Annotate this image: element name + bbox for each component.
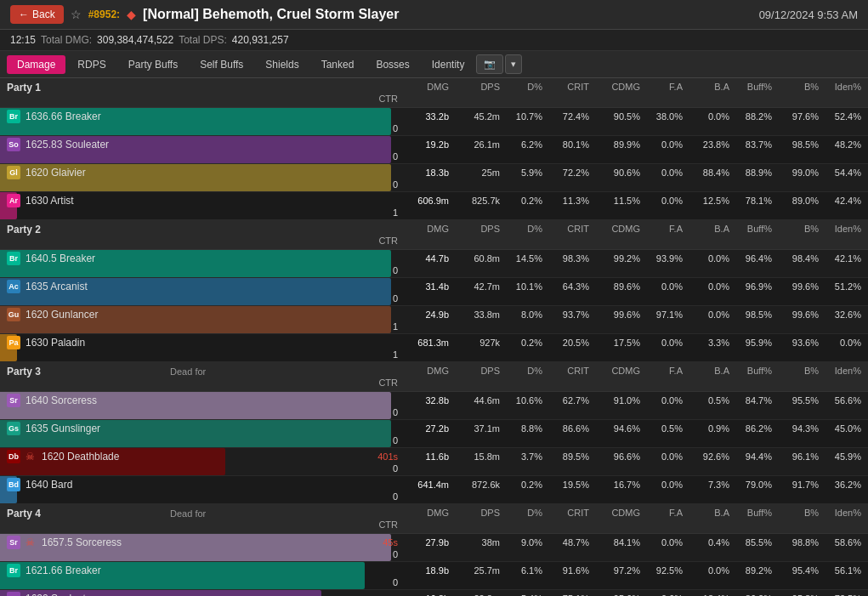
player-name: 1640 Sorceress	[26, 394, 97, 406]
class-icon: Br	[7, 252, 20, 265]
table-row: Db☠1620 Deathblade401s11.6b15.8m3.7%89.5…	[0, 448, 868, 476]
player-name: 1620 Glaivier	[26, 167, 86, 179]
star-icon[interactable]: ☆	[71, 8, 82, 21]
player-name: 1630 Artist	[26, 195, 74, 207]
encounter-time: 12:15	[10, 34, 36, 46]
table-row: So1620 Souleater16.8b22.8m5.4%75.1%95.6%…	[0, 590, 868, 596]
table-row: Gs1635 Gunslinger27.2b37.1m8.8%86.6%94.6…	[0, 420, 868, 448]
player-name: 1630 Paladin	[26, 337, 85, 349]
diamond-icon: ◆	[127, 8, 136, 21]
player-name: 1620 Souleater	[26, 593, 94, 596]
total-dps-value: 420,931,257	[232, 34, 289, 46]
table-row: Bd1640 Bard641.4m872.6k0.2%19.5%16.7%0.0…	[0, 476, 868, 504]
tab-damage[interactable]: Damage	[7, 55, 65, 74]
table-row: So1625.83 Souleater19.2b26.1m6.2%80.1%89…	[0, 136, 868, 164]
encounter-id: #8952:	[88, 9, 120, 20]
player-name: 1620 Deathblade	[42, 451, 119, 463]
player-name: 1640 Bard	[26, 479, 72, 491]
table-row: Pa1630 Paladin681.3m927k0.2%20.5%17.5%0.…	[0, 334, 868, 362]
party-section-1: Party 1DMGDPSD%CRITCDMGF.AB.ABuff%B%Iden…	[0, 78, 868, 220]
class-icon: Gs	[7, 422, 20, 435]
tab-identity[interactable]: Identity	[422, 55, 475, 74]
back-icon: ←	[19, 9, 29, 20]
tab-shields[interactable]: Shields	[255, 55, 309, 74]
tab-self-buffs[interactable]: Self Buffs	[190, 55, 253, 74]
back-button[interactable]: ← ← Back Back	[10, 5, 64, 24]
player-name: 1657.5 Sorceress	[42, 536, 122, 548]
header-datetime: 09/12/2024 9:53 AM	[759, 9, 858, 21]
class-icon: Ar	[7, 194, 20, 207]
table-row: Br1640.5 Breaker44.7b60.8m14.5%98.3%99.2…	[0, 250, 868, 278]
table-row: Sr1640 Sorceress32.8b44.6m10.6%62.7%91.0…	[0, 392, 868, 420]
class-icon: Sr	[7, 394, 20, 407]
player-name: 1620 Gunlancer	[26, 309, 98, 321]
class-icon: Br	[7, 564, 20, 577]
table-row: Gu1620 Gunlancer24.9b33.8m8.0%93.7%99.6%…	[0, 306, 868, 334]
tabs-bar: Damage RDPS Party Buffs Self Buffs Shiel…	[0, 51, 868, 78]
skull-icon: ☠	[26, 536, 35, 548]
class-icon: Db	[7, 450, 20, 463]
total-dmg-label: Total DMG:	[41, 34, 92, 46]
tab-bosses[interactable]: Bosses	[366, 55, 419, 74]
party-section-3: Party 3Dead forDMGDPSD%CRITCDMGF.AB.ABuf…	[0, 362, 868, 504]
stats-bar: 12:15 Total DMG: 309,384,474,522 Total D…	[0, 30, 868, 51]
class-icon: Bd	[7, 478, 20, 491]
total-dps-label: Total DPS:	[179, 34, 227, 46]
player-name: 1640.5 Breaker	[26, 253, 95, 264]
dead-time: 401s	[377, 451, 398, 462]
class-icon: Gl	[7, 166, 20, 179]
page-title: [Normal] Behemoth, Cruel Storm Slayer	[143, 7, 399, 22]
table-row: Ac1635 Arcanist31.4b42.7m10.1%64.3%89.6%…	[0, 278, 868, 306]
table-row: Br1621.66 Breaker18.9b25.7m6.1%91.6%97.2…	[0, 562, 868, 590]
party-section-2: Party 2DMGDPSD%CRITCDMGF.AB.ABuff%B%Iden…	[0, 220, 868, 362]
content: Party 1DMGDPSD%CRITCDMGF.AB.ABuff%B%Iden…	[0, 78, 868, 596]
party-section-4: Party 4Dead forDMGDPSD%CRITCDMGF.AB.ABuf…	[0, 504, 868, 596]
player-name: 1636.66 Breaker	[26, 111, 101, 122]
class-icon: Br	[7, 110, 20, 123]
party-4-header: Party 4Dead forDMGDPSD%CRITCDMGF.AB.ABuf…	[0, 504, 868, 534]
class-icon: So	[7, 138, 20, 151]
camera-button[interactable]: 📷	[476, 54, 503, 74]
player-name: 1625.83 Souleater	[26, 139, 109, 150]
tab-tanked[interactable]: Tanked	[311, 55, 365, 74]
dropdown-button[interactable]: ▾	[505, 54, 522, 74]
player-name: 1621.66 Breaker	[26, 565, 101, 576]
class-icon: Gu	[7, 308, 20, 321]
tab-party-buffs[interactable]: Party Buffs	[118, 55, 188, 74]
party-2-header: Party 2DMGDPSD%CRITCDMGF.AB.ABuff%B%Iden…	[0, 220, 868, 250]
header-bar: ← ← Back Back ☆ #8952: ◆ [Normal] Behemo…	[0, 0, 868, 30]
class-icon: So	[7, 592, 20, 596]
table-row: Gl1620 Glaivier18.3b25m5.9%72.2%90.6%0.0…	[0, 164, 868, 192]
party-3-header: Party 3Dead forDMGDPSD%CRITCDMGF.AB.ABuf…	[0, 362, 868, 392]
table-row: Ar1630 Artist606.9m825.7k0.2%11.3%11.5%0…	[0, 192, 868, 220]
tab-rdps[interactable]: RDPS	[67, 55, 116, 74]
party-1-header: Party 1DMGDPSD%CRITCDMGF.AB.ABuff%B%Iden…	[0, 78, 868, 108]
player-name: 1635 Gunslinger	[26, 423, 100, 434]
table-row: Sr☠1657.5 Sorceress45s27.9b38m9.0%48.7%8…	[0, 534, 868, 562]
table-row: Br1636.66 Breaker33.2b45.2m10.7%72.4%90.…	[0, 108, 868, 136]
class-icon: Ac	[7, 280, 20, 293]
dead-time: 45s	[383, 537, 398, 548]
class-icon: Sr	[7, 536, 20, 549]
total-dmg-value: 309,384,474,522	[97, 34, 173, 46]
player-name: 1635 Arcanist	[26, 281, 88, 292]
class-icon: Pa	[7, 336, 20, 349]
skull-icon: ☠	[26, 451, 35, 463]
